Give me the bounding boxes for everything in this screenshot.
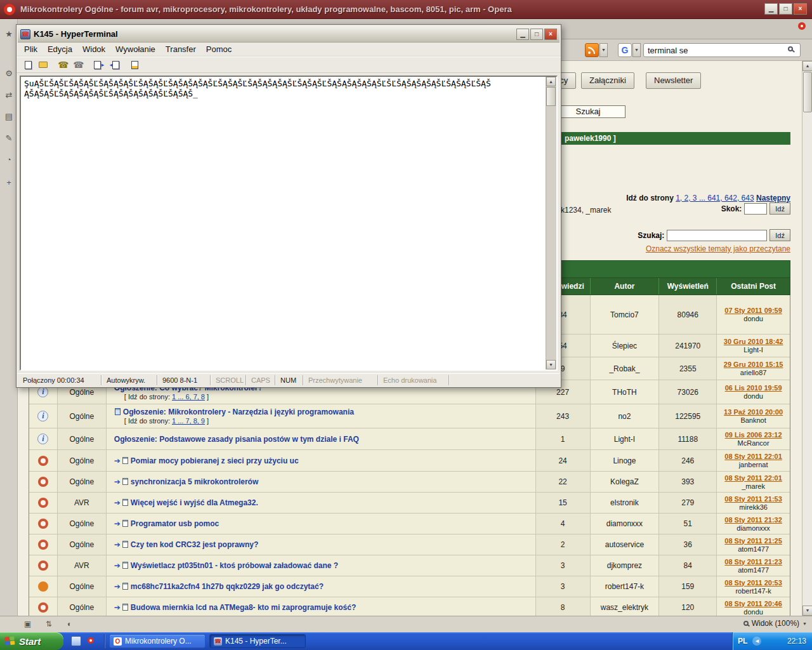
tray-chevron-icon[interactable]: ◀ [752,637,761,646]
start-button[interactable]: Start [0,632,63,650]
zoom-dropdown-arrow-icon[interactable]: ▼ [802,621,807,626]
last-post-author[interactable]: robert147-k [735,587,771,595]
last-post-author[interactable]: diamonxxx [737,524,770,532]
last-post-author[interactable]: mirekk36 [739,503,768,511]
opera-turbo-icon[interactable]: ◐ [67,620,72,628]
terminal-scrollbar-thumb[interactable] [546,87,556,106]
terminal-scroll-down-icon[interactable]: ▼ [546,360,556,369]
forum-name[interactable]: AVR [74,498,89,507]
author-name[interactable]: KolegaZ [610,477,639,486]
author-name[interactable]: Linoge [613,456,636,465]
last-post-date-link[interactable]: 09 Lis 2006 23:12 [725,431,782,439]
author-name[interactable]: elstronik [610,498,639,507]
last-post-date-link[interactable]: 08 Sty 2011 20:46 [724,600,782,607]
ht-maximize-button[interactable]: □ [530,29,543,40]
disconnect-icon[interactable]: ☎ [71,58,86,72]
last-post-date-link[interactable]: 07 Sty 2011 09:59 [724,307,782,314]
goto-last-post-icon[interactable]: ➔ [114,540,121,549]
scroll-up-icon[interactable]: ▲ [802,61,812,71]
forum-name[interactable]: Ogólne [70,519,95,528]
last-post-date-link[interactable]: 08 Sty 2011 21:25 [724,537,782,545]
terminal-area[interactable]: ŞuĄŠĽŠĄŠĽŠĄŠĄŠĽŠĄŠĄŠĄŠĽŠĄŠĄŠĽŠĄŠĄŠĄŠĄŠĽŠ… [20,76,558,371]
author-name[interactable]: wasz_elektryk [601,603,648,612]
forum-search-button[interactable]: Szukaj [551,105,625,118]
search-input[interactable] [643,43,801,57]
minimize-button[interactable]: ▁ [764,3,778,15]
scrollbar-thumb[interactable] [803,72,812,112]
clock[interactable]: 22:13 [787,637,806,646]
search-icon[interactable] [788,46,793,51]
show-desktop-icon[interactable] [71,636,81,646]
panels-toggle-icon[interactable]: ▣ [24,620,31,628]
topic-title-link[interactable]: Programator usb pomoc [131,519,219,528]
last-post-author[interactable]: dondu [743,608,763,616]
menu-edycja[interactable]: Edycja [43,43,77,55]
author-name[interactable]: djkomprez [607,561,642,570]
forum-name[interactable]: Ogólne [70,456,95,465]
last-post-date-link[interactable]: 08 Sty 2011 21:32 [724,516,782,524]
taskbar-button-hyperterminal[interactable]: ☎ K145 - HyperTer... [209,634,306,648]
terminal-scrollbar[interactable]: ▲ ▼ [546,77,556,369]
author-name[interactable]: Ślepiec [612,342,637,350]
author-name[interactable]: Light-I [614,435,635,444]
author-name[interactable]: autoservice [605,540,644,549]
tab-newsletter[interactable]: Newsletter [646,72,701,89]
forum-name[interactable]: Ogólne [70,582,95,591]
forum-name[interactable]: AVR [74,561,89,570]
hyperterminal-titlebar[interactable]: ☎ K145 - HyperTerminal ▁ □ × [18,26,560,43]
menu-widok[interactable]: Widok [77,43,110,55]
language-indicator[interactable]: PL [738,637,747,646]
last-post-author[interactable]: Light-I [743,346,763,354]
new-connection-icon[interactable] [20,58,36,72]
menu-pomoc[interactable]: Pomoc [201,43,237,55]
last-post-date-link[interactable]: 29 Gru 2010 15:15 [724,361,783,368]
call-icon[interactable]: ☎ [56,58,71,72]
topic-title-link[interactable]: Budowa miernkia lcd na ATMega8- kto mi z… [131,603,356,612]
last-post-date-link[interactable]: 30 Gru 2010 18:42 [724,338,783,345]
last-post-author[interactable]: dondu [743,392,763,400]
jump-go-button[interactable]: Idź [769,202,790,215]
topic-title-link[interactable]: Podstawowe zasady pisania postów w tym d… [159,435,359,444]
jump-input[interactable] [744,203,767,215]
last-post-date-link[interactable]: 06 Lis 2010 19:59 [725,384,782,392]
author-name[interactable]: THoTH [612,388,637,397]
page-scrollbar[interactable]: ▲ ▼ [802,61,812,616]
rss-dropdown-arrow-icon[interactable]: ▼ [599,43,608,57]
goto-last-post-icon[interactable]: ➔ [114,477,121,486]
topic-title-link[interactable]: Czy ten kod CRC32 jest poprawny? [131,540,258,549]
author-name[interactable]: no2 [618,412,631,421]
last-post-author[interactable]: _marek [742,482,765,490]
close-button[interactable]: × [794,3,807,15]
tab-zalaczniki[interactable]: Załączniki [581,72,634,89]
google-icon[interactable]: G [618,43,632,57]
forum-name[interactable]: Ogólne [70,540,95,549]
tools-icon[interactable]: ✎ [0,133,18,143]
last-post-author[interactable]: Banknot [740,416,766,424]
topic-title-link[interactable]: Pomiar mocy pobieranej z sieci przy użyc… [131,456,299,465]
add-panel-icon[interactable]: + [0,178,18,187]
last-post-date-link[interactable]: 08 Sty 2011 21:23 [724,558,782,566]
rss-icon[interactable] [585,43,599,57]
last-post-date-link[interactable]: 13 Paź 2010 20:00 [724,408,783,416]
ht-close-button[interactable]: × [544,29,557,40]
last-post-date-link[interactable]: 08 Sty 2011 22:01 [724,474,782,482]
bookmarks-icon[interactable]: ★ [0,29,18,39]
forum-name[interactable]: Ogólne [70,435,95,444]
topic-title-link[interactable]: mc68hc711ka2cfn4 1h27b qqkz0229 jak go o… [131,582,324,591]
terminal-text[interactable]: ŞuĄŠĽŠĄŠĽŠĄŠĄŠĽŠĄŠĄŠĄŠĽŠĄŠĄŠĽŠĄŠĄŠĄŠĄŠĽŠ… [21,77,546,369]
goto-last-post-icon[interactable]: ➔ [114,603,121,612]
quick-launch-opera-icon[interactable] [88,637,94,644]
author-name[interactable]: _Robak_ [609,364,639,373]
last-post-date-link[interactable]: 08 Sty 2011 21:53 [724,495,782,503]
goto-last-post-icon[interactable]: ➔ [114,456,121,465]
transfers-icon[interactable]: ⇄ [0,90,18,100]
topic-title-link[interactable]: synchronizacja 5 mikrokontrolerów [131,477,258,486]
send-file-icon[interactable]: ▸ [91,58,107,72]
goto-last-post-icon[interactable]: ➔ [114,561,121,570]
author-name[interactable]: Tomcio7 [610,310,639,319]
menu-transfer[interactable]: Transfer [160,43,201,55]
pagination-next[interactable]: Następny [756,194,790,202]
last-post-author[interactable]: janbernat [739,461,768,468]
notes-icon[interactable]: ▤ [0,112,18,121]
opera-logo-icon[interactable] [4,4,15,15]
